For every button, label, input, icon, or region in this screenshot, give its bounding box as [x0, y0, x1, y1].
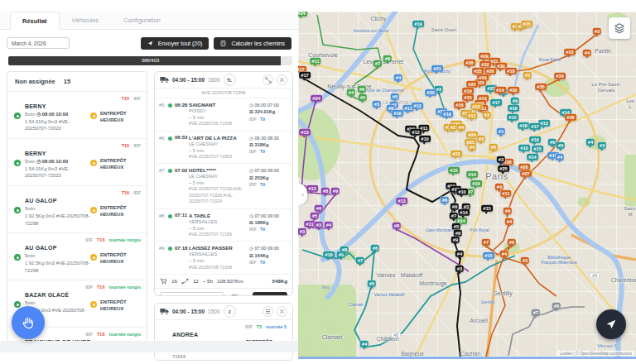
map-marker[interactable]: #11	[310, 58, 320, 65]
map-marker[interactable]: #34	[554, 73, 566, 79]
map-marker[interactable]: #13	[299, 129, 311, 136]
send-all-button[interactable]: Envoyer tout (20)	[141, 37, 210, 50]
route1-avatar[interactable]: TL	[224, 74, 236, 86]
map-marker[interactable]: #15	[462, 94, 474, 101]
map-marker[interactable]: #11	[500, 190, 511, 197]
map-marker[interactable]: #3	[497, 156, 505, 163]
route-stop[interactable]: #606:53L'ART DE LA PIZZALE CHESNAY~ 5 mi…	[155, 132, 292, 165]
shipment-card[interactable]: T15IDFBERNY5min ◷ 08:00 10:001 54.01Kg 0…	[7, 139, 147, 186]
help-fab-button[interactable]	[12, 306, 45, 339]
map-marker[interactable]: #6	[508, 239, 516, 246]
tab-configuration[interactable]: Configuration	[111, 11, 173, 29]
map-marker[interactable]: #1	[497, 128, 505, 135]
map-marker[interactable]: #9	[331, 188, 340, 194]
map-marker[interactable]: #16	[508, 105, 519, 112]
map-marker[interactable]: #11	[304, 221, 315, 228]
map-marker[interactable]: #15	[532, 146, 543, 152]
map-marker[interactable]: #4	[360, 341, 369, 347]
map-marker[interactable]: #5	[391, 93, 399, 100]
map-marker[interactable]: #13	[396, 198, 407, 204]
map-marker[interactable]: #6	[552, 303, 561, 309]
shipment-card[interactable]: T15IDFBERNY5min ◷ 08:00 10:001 54.01Kg 0…	[7, 92, 147, 139]
map-marker[interactable]: #4	[457, 124, 465, 131]
map-marker[interactable]: #15	[481, 205, 493, 212]
map-marker[interactable]: #20	[508, 87, 519, 93]
map-marker[interactable]: #15	[448, 167, 460, 174]
map-marker[interactable]: #3	[373, 101, 381, 108]
map-marker[interactable]: #7	[373, 60, 382, 67]
map-marker[interactable]: #24	[311, 95, 322, 102]
map-marker[interactable]: #9	[504, 208, 512, 214]
map-marker[interactable]: #3	[598, 142, 606, 149]
map-marker[interactable]: #9	[383, 55, 392, 62]
map-marker[interactable]: #27	[520, 170, 532, 177]
map-marker[interactable]: #9	[511, 98, 519, 104]
map-marker[interactable]: #8	[321, 188, 330, 194]
map-marker[interactable]: #5	[311, 213, 319, 219]
route-share-button[interactable]	[263, 74, 273, 85]
map-marker[interactable]: #35	[535, 84, 547, 90]
map-marker[interactable]: #17	[529, 123, 541, 130]
route2-avatar[interactable]: J	[224, 305, 236, 318]
map-marker[interactable]: #3	[483, 112, 491, 118]
map-marker[interactable]: #16	[454, 102, 465, 108]
map-marker[interactable]: #14	[494, 87, 506, 93]
map-marker[interactable]: #9	[451, 237, 460, 243]
route1-send-button[interactable]: Envoyer	[253, 292, 287, 296]
map-marker[interactable]: #11	[466, 113, 477, 119]
map-marker[interactable]: #25	[498, 165, 509, 172]
locate-button[interactable]	[596, 309, 626, 339]
map-marker[interactable]: #6	[548, 139, 556, 146]
map-marker[interactable]: #3	[455, 266, 464, 272]
map-marker[interactable]: #10	[323, 251, 335, 258]
map-marker[interactable]: #14	[458, 209, 470, 216]
route-stop[interactable]: #807:11A TABLEVERSAILLES~ 5 min#VE-20250…	[155, 209, 292, 242]
route-stop[interactable]: #907:18LAISSEZ PASSERVERSAILLES~ 5 min#V…	[155, 242, 292, 275]
map-marker[interactable]: #5	[556, 142, 565, 149]
map-marker[interactable]: #23	[450, 151, 462, 157]
map-marker[interactable]: #3	[315, 222, 323, 228]
map-marker[interactable]: #7	[482, 239, 490, 246]
date-input[interactable]	[7, 37, 70, 49]
map-marker[interactable]: #7	[450, 213, 458, 219]
route1-date-input[interactable]	[160, 292, 224, 296]
map-marker[interactable]: #7	[356, 257, 364, 264]
map-marker[interactable]: #10	[470, 180, 482, 187]
route2-close-button[interactable]	[277, 306, 287, 317]
map-marker[interactable]: #15	[521, 21, 532, 27]
map-marker[interactable]: #28	[464, 60, 475, 66]
map-marker[interactable]: #19	[412, 21, 424, 27]
map-marker[interactable]: #4	[500, 251, 508, 257]
map-marker[interactable]: #15	[483, 252, 494, 259]
tab-resultat[interactable]: Résultat	[10, 12, 60, 30]
map-marker[interactable]: #20	[425, 89, 436, 96]
shipment-card[interactable]: IDFT16tournée rungisAU GALOP5min1 92.5Kg…	[7, 233, 147, 280]
map-marker[interactable]: #8	[393, 223, 401, 229]
map-marker[interactable]: #14	[466, 171, 478, 178]
map-marker[interactable]: #4	[556, 154, 564, 160]
map-marker[interactable]: #4	[455, 251, 464, 257]
map-marker[interactable]: #17	[299, 72, 311, 79]
map-marker[interactable]: #33	[564, 49, 576, 55]
map-marker[interactable]: #15	[507, 114, 518, 121]
route-polyline[interactable]	[508, 307, 585, 356]
map-marker[interactable]: #4	[347, 89, 355, 96]
map-marker[interactable]: #18	[505, 68, 517, 74]
map-marker[interactable]: #6	[315, 205, 323, 212]
route-stop[interactable]: #707:02HOTEL*****LE CHESNAY~ 5 min#VE-20…	[155, 164, 292, 208]
map-marker[interactable]: #8	[340, 247, 349, 253]
map-marker[interactable]: #10	[392, 110, 403, 117]
tab-vehicules[interactable]: Véhicules	[60, 11, 112, 29]
map-marker[interactable]: #12	[412, 103, 423, 109]
map-marker[interactable]: #17	[490, 99, 502, 106]
map-marker[interactable]: #5	[523, 72, 532, 79]
map-marker[interactable]: #2	[449, 124, 457, 131]
map-marker[interactable]: #4	[583, 50, 591, 56]
map-marker[interactable]: #21	[431, 65, 443, 72]
map-marker[interactable]: #14	[527, 154, 538, 160]
compute-routes-button[interactable]: Calculer les chemins	[214, 37, 292, 50]
map-marker[interactable]: #3	[477, 136, 485, 142]
map-marker[interactable]: #4	[586, 139, 595, 146]
map-marker[interactable]: #4	[394, 74, 402, 81]
map-marker[interactable]: #6	[441, 197, 449, 204]
